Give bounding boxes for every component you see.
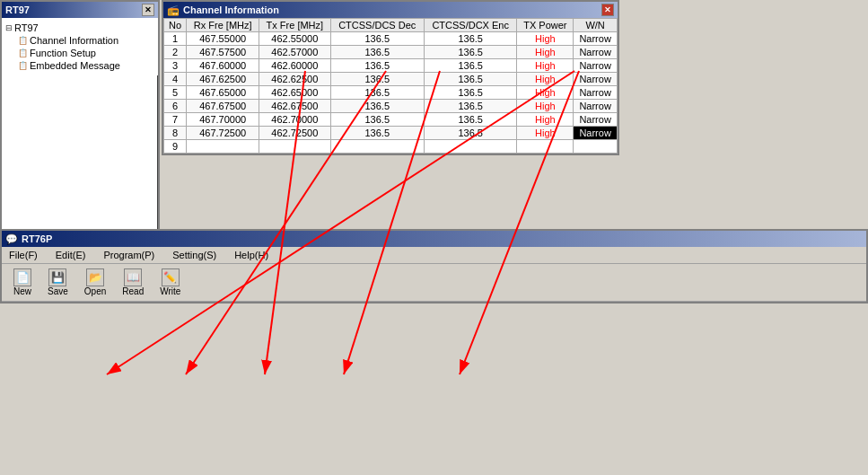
toolbar-write-button[interactable]: ✏️ Write <box>153 266 187 299</box>
toolbar-new-button[interactable]: 📄 New <box>7 266 38 299</box>
col-rx-fre: Rx Fre [MHz] <box>187 19 259 32</box>
channel-info-table: No Rx Fre [MHz] Tx Fre [MHz] CTCSS/DCS D… <box>163 18 618 154</box>
toolbar: 📄 New 💾 Save 📂 Open 📖 Read ✏️ Write <box>2 264 866 302</box>
toolbar-open-button[interactable]: 📂 Open <box>78 266 112 299</box>
toolbar-write-label: Write <box>160 286 180 296</box>
tree-title-bar: RT97 ✕ <box>2 2 158 18</box>
tree-expand-icon: ⊟ <box>5 23 13 32</box>
tree-item-label: RT97 <box>14 22 39 33</box>
menubar: File(F) Edit(E) Program(P) Setting(S) He… <box>2 247 866 264</box>
channel-info-title-bar: 📻 Channel Information ✕ <box>163 2 618 18</box>
save-icon: 💾 <box>48 268 66 286</box>
tree-item-function-setup[interactable]: 📋 Function Setup <box>18 47 154 59</box>
channel-info-window: 📻 Channel Information ✕ No Rx Fre [MHz] … <box>162 0 619 155</box>
toolbar-save-label: Save <box>48 286 68 296</box>
open-icon: 📂 <box>86 268 104 286</box>
toolbar-read-button[interactable]: 📖 Read <box>116 266 150 299</box>
toolbar-read-label: Read <box>122 286 144 296</box>
main-title-text: RT76P <box>22 233 52 244</box>
write-icon: ✏️ <box>162 268 180 286</box>
menu-edit[interactable]: Edit(E) <box>52 249 90 261</box>
col-no: No <box>164 19 187 32</box>
tree-title-text: RT97 <box>5 4 30 15</box>
read-icon: 📖 <box>124 268 142 286</box>
tree-item-label: Channel Information <box>30 35 118 46</box>
channel-info-title-text: Channel Information <box>183 4 279 15</box>
toolbar-new-label: New <box>13 286 31 296</box>
col-ctcss-enc: CTCSS/DCX Enc <box>424 19 517 32</box>
new-icon: 📄 <box>13 268 31 286</box>
tree-doc-icon: 📋 <box>18 61 28 70</box>
channel-info-close-button[interactable]: ✕ <box>601 4 614 16</box>
tree-item-channel-info[interactable]: 📋 Channel Information <box>18 34 154 47</box>
tree-doc-icon: 📋 <box>18 36 28 45</box>
col-wn: W/N <box>574 19 618 32</box>
col-ctcss-dec: CTCSS/DCS Dec <box>330 19 424 32</box>
tree-close-button[interactable]: ✕ <box>142 4 154 16</box>
col-tx-fre: Tx Fre [MHz] <box>259 19 331 32</box>
channel-info-icon: 📻 <box>167 4 180 16</box>
main-window: 💬 RT76P File(F) Edit(E) Program(P) Setti… <box>0 229 868 303</box>
tree-body: ⊟ RT97 📋 Channel Information 📋 Function … <box>2 18 158 75</box>
main-title-bar: 💬 RT76P <box>2 231 866 247</box>
toolbar-save-button[interactable]: 💾 Save <box>41 266 75 299</box>
tree-panel: RT97 ✕ ⊟ RT97 📋 Channel Information 📋 Fu… <box>0 0 160 233</box>
col-tx-power: TX Power <box>517 19 574 32</box>
menu-file[interactable]: File(F) <box>5 249 41 261</box>
tree-item-embedded-message[interactable]: 📋 Embedded Message <box>18 59 154 72</box>
tree-item-label: Embedded Message <box>30 60 120 71</box>
menu-program[interactable]: Program(P) <box>100 249 158 261</box>
title-left: 📻 Channel Information <box>167 4 279 16</box>
tree-doc-icon: 📋 <box>18 48 28 57</box>
menu-help[interactable]: Help(H) <box>231 249 272 261</box>
main-title-icon: 💬 <box>5 233 18 245</box>
tree-item-label: Function Setup <box>30 48 96 58</box>
toolbar-open-label: Open <box>84 286 106 296</box>
menu-setting[interactable]: Setting(S) <box>169 249 220 261</box>
tree-item-rt97[interactable]: ⊟ RT97 <box>5 22 154 34</box>
